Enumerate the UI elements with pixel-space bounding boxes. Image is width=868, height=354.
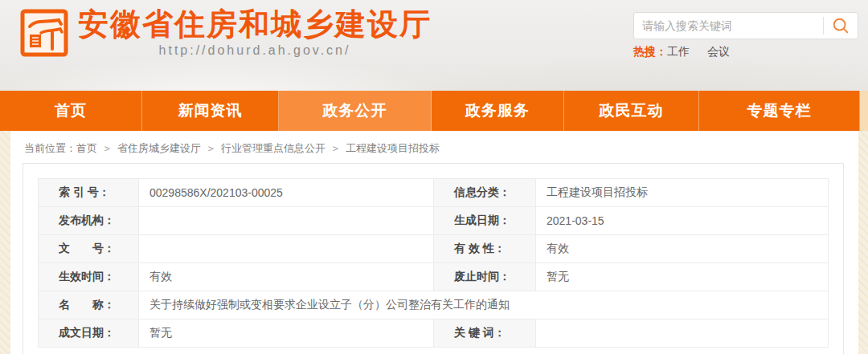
nav-item-home[interactable]: 首页 (0, 91, 142, 131)
document-number-value (139, 235, 434, 263)
site-header: 安徽省住房和城乡建设厅 http://dohurd.ah.gov.cn/ 热搜：… (0, 0, 868, 91)
keywords-label: 关 键 词： (434, 319, 536, 348)
title-value: 关于持续做好强制或变相要求企业设立子（分）公司整治有关工作的通知 (139, 291, 829, 319)
search-area: 热搜： 工作 会议 (633, 12, 858, 59)
info-category-label: 信息分类： (434, 179, 536, 207)
abolition-time-value: 暂无 (536, 263, 829, 291)
nav-item-news[interactable]: 新闻资讯 (142, 91, 279, 131)
breadcrumb-separator: ＞ (102, 142, 113, 154)
table-row: 发布机构： 生成日期： 2021-03-15 (39, 207, 829, 235)
hot-search-term-work[interactable]: 工作 (667, 45, 690, 59)
table-row: 名 称： 关于持续做好强制或变相要求企业设立子（分）公司整治有关工作的通知 (39, 291, 829, 319)
validity-label: 有 效 性： (434, 235, 536, 263)
keywords-value (536, 319, 829, 348)
search-icon (832, 17, 850, 35)
effective-time-label: 生效时间： (39, 263, 139, 291)
document-metadata-table: 索 引 号： 00298586X/202103-00025 信息分类： 工程建设… (38, 178, 829, 348)
hot-search-term-meeting[interactable]: 会议 (707, 45, 730, 59)
hot-search-row: 热搜： 工作 会议 (633, 45, 858, 59)
table-row: 文 号： 有 效 性： 有效 (39, 235, 829, 263)
index-number-label: 索 引 号： (39, 179, 139, 207)
page-background: 当前位置：首页＞省住房城乡建设厅＞行业管理重点信息公开＞工程建设项目招投标 索 … (0, 131, 868, 354)
hot-search-label: 热搜： (633, 45, 667, 59)
content-column: 当前位置：首页＞省住房城乡建设厅＞行业管理重点信息公开＞工程建设项目招投标 索 … (10, 131, 858, 354)
index-number-value: 00298586X/202103-00025 (139, 179, 434, 207)
brand-block: 安徽省住房和城乡建设厅 http://dohurd.ah.gov.cn/ (20, 6, 432, 58)
table-row: 生效时间： 有效 废止时间： 暂无 (39, 263, 829, 291)
breadcrumb-label: 当前位置： (24, 142, 76, 154)
breadcrumb-department[interactable]: 省住房城乡建设厅 (117, 142, 201, 154)
site-title[interactable]: 安徽省住房和城乡建设厅 (78, 6, 432, 42)
nav-item-gov-services[interactable]: 政务服务 (432, 91, 564, 131)
breadcrumb-key-info[interactable]: 行业管理重点信息公开 (221, 142, 326, 154)
table-row: 成文日期： 暂无 关 键 词： (39, 319, 829, 348)
department-seal-logo-icon[interactable] (20, 9, 68, 57)
issuing-agency-label: 发布机构： (39, 207, 139, 235)
breadcrumb-home[interactable]: 首页 (76, 142, 97, 154)
breadcrumb-separator: ＞ (206, 142, 216, 154)
nav-item-special-topics[interactable]: 专题专栏 (699, 91, 860, 131)
nav-item-gov-info[interactable]: 政务公开 (279, 91, 432, 131)
nav-edge-stub (860, 91, 868, 131)
brand-text: 安徽省住房和城乡建设厅 http://dohurd.ah.gov.cn/ (78, 6, 432, 58)
written-date-value: 暂无 (139, 319, 434, 348)
search-button[interactable] (824, 13, 858, 39)
search-box (633, 12, 858, 39)
breadcrumb: 当前位置：首页＞省住房城乡建设厅＞行业管理重点信息公开＞工程建设项目招投标 (10, 131, 858, 157)
table-row: 索 引 号： 00298586X/202103-00025 信息分类： 工程建设… (39, 179, 829, 207)
generation-date-value: 2021-03-15 (536, 207, 829, 235)
site-url: http://dohurd.ah.gov.cn/ (78, 43, 432, 58)
validity-value: 有效 (536, 235, 829, 263)
search-input[interactable] (634, 13, 823, 39)
abolition-time-label: 废止时间： (434, 263, 536, 291)
title-label: 名 称： (39, 291, 139, 319)
main-nav: 首页 新闻资讯 政务公开 政务服务 政民互动 专题专栏 (0, 91, 868, 131)
document-info-panel: 索 引 号： 00298586X/202103-00025 信息分类： 工程建设… (23, 163, 844, 354)
effective-time-value: 有效 (139, 263, 434, 291)
generation-date-label: 生成日期： (434, 207, 536, 235)
nav-item-interaction[interactable]: 政民互动 (564, 91, 699, 131)
written-date-label: 成文日期： (39, 319, 139, 348)
breadcrumb-bidding[interactable]: 工程建设项目招投标 (346, 142, 440, 154)
breadcrumb-separator: ＞ (330, 142, 341, 154)
issuing-agency-value (139, 207, 434, 235)
info-category-value: 工程建设项目招投标 (536, 179, 829, 207)
document-number-label: 文 号： (39, 235, 139, 263)
